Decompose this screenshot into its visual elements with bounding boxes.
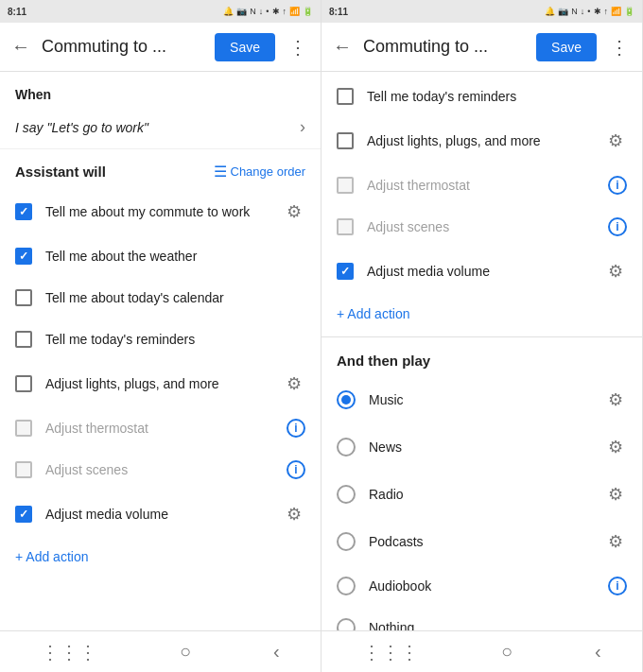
gear-icon-lights[interactable]: ⚙ [283, 370, 305, 398]
info-icon-thermostat2[interactable]: i [608, 176, 627, 195]
back-button-left[interactable]: ← [8, 32, 34, 61]
radio-podcasts[interactable] [337, 532, 356, 551]
info-icon-thermostat[interactable]: i [287, 419, 305, 438]
checkbox-commute[interactable] [15, 203, 32, 220]
gear-icon-radio[interactable]: ⚙ [604, 480, 627, 508]
back-button-right[interactable]: ← [329, 32, 356, 61]
radio-row-radio: Radio ⚙ [322, 471, 642, 518]
left-panel: 8:11 🔔 📷 N ↓ • ✱ ↑ 📶 🔋 ← Commuting to ..… [0, 0, 322, 672]
toolbar-title-left: Commuting to ... [42, 37, 215, 57]
when-label: When [0, 72, 321, 106]
checkbox-scenes[interactable] [15, 461, 32, 478]
save-button-right[interactable]: Save [536, 33, 597, 61]
nav-back-icon-left[interactable]: ‹ [262, 637, 291, 666]
nav-back-icon-right[interactable]: ‹ [583, 637, 613, 666]
and-then-play-label: And then play [322, 341, 642, 376]
checkbox-volume2[interactable] [337, 263, 354, 280]
assistant-header: Assistant will ☰ Change order [0, 149, 321, 188]
action-row-reminders2: Tell me today's reminders [322, 76, 642, 117]
gear-icon-volume[interactable]: ⚙ [283, 500, 305, 528]
change-order-button[interactable]: ☰ Change order [214, 163, 306, 181]
toolbar-left: ← Commuting to ... Save ⋮ [0, 23, 321, 72]
nav-bar-left: ⋮⋮⋮ ○ ‹ [0, 630, 321, 672]
checkbox-weather[interactable] [15, 248, 32, 265]
radio-row-music: Music ⚙ [322, 376, 642, 423]
checkbox-thermostat2[interactable] [337, 177, 354, 194]
radio-news[interactable] [337, 438, 356, 457]
info-icon-scenes2[interactable]: i [608, 217, 627, 236]
add-action-button-right[interactable]: + Add action [322, 295, 642, 333]
action-row-commute: Tell me about my commute to work ⚙ [0, 188, 321, 235]
radio-music[interactable] [337, 390, 356, 409]
checkbox-lights2[interactable] [337, 132, 354, 149]
checkbox-calendar[interactable] [15, 289, 32, 306]
action-label-reminders2: Tell me today's reminders [367, 89, 627, 104]
checkbox-thermostat[interactable] [15, 420, 32, 437]
radio-label-audiobook: Audiobook [369, 578, 608, 594]
status-icons-right: 🔔 📷 N ↓ • ✱ ↑ 📶 🔋 [545, 7, 634, 16]
action-label-scenes: Adjust scenes [45, 462, 287, 477]
action-label-lights2: Adjust lights, plugs, and more [367, 133, 604, 148]
more-button-left[interactable]: ⋮ [283, 32, 313, 62]
checkbox-reminders2[interactable] [337, 88, 354, 105]
action-label-volume: Adjust media volume [45, 507, 283, 522]
action-label-volume2: Adjust media volume [367, 264, 604, 279]
nav-home-icon-right[interactable]: ○ [490, 637, 524, 666]
action-label-commute: Tell me about my commute to work [45, 204, 283, 219]
gear-icon-lights2[interactable]: ⚙ [604, 127, 627, 155]
radio-label-nothing: Nothing [369, 620, 627, 630]
time-right: 8:11 [329, 7, 348, 17]
gear-icon-podcasts[interactable]: ⚙ [604, 527, 627, 556]
reorder-icon: ☰ [214, 163, 227, 181]
action-row-weather: Tell me about the weather [0, 235, 321, 277]
nav-menu-icon-right[interactable]: ⋮⋮⋮ [351, 637, 430, 667]
info-icon-audiobook[interactable]: i [608, 577, 627, 595]
trigger-row[interactable]: I say "Let's go to work" › [0, 106, 321, 149]
radio-row-news: News ⚙ [322, 423, 642, 471]
gear-icon-news[interactable]: ⚙ [604, 433, 627, 461]
info-icon-scenes[interactable]: i [287, 460, 305, 479]
checkbox-lights[interactable] [15, 375, 32, 392]
radio-row-nothing: Nothing [322, 607, 642, 630]
checkbox-scenes2[interactable] [337, 218, 354, 235]
action-row-scenes2: Adjust scenes i [322, 206, 642, 248]
action-label-scenes2: Adjust scenes [367, 219, 608, 234]
save-button-left[interactable]: Save [215, 33, 275, 61]
action-label-thermostat2: Adjust thermostat [367, 178, 608, 193]
add-action-button-left[interactable]: + Add action [0, 538, 321, 576]
radio-label-podcasts: Podcasts [369, 534, 604, 549]
checkbox-reminders[interactable] [15, 331, 32, 348]
more-button-right[interactable]: ⋮ [604, 32, 634, 62]
action-label-calendar: Tell me about today's calendar [45, 290, 305, 305]
divider-play [322, 336, 642, 337]
gear-icon-music[interactable]: ⚙ [604, 386, 627, 414]
action-row-lights: Adjust lights, plugs, and more ⚙ [0, 360, 321, 407]
toolbar-right: ← Commuting to ... Save ⋮ [322, 23, 642, 72]
radio-nothing[interactable] [337, 618, 356, 630]
gear-icon-commute[interactable]: ⚙ [283, 198, 305, 226]
radio-radio[interactable] [337, 485, 356, 504]
action-label-reminders: Tell me today's reminders [45, 332, 305, 347]
right-scroll-content: Tell me today's reminders Adjust lights,… [322, 72, 642, 630]
nav-home-icon-left[interactable]: ○ [168, 637, 202, 666]
nav-menu-icon-left[interactable]: ⋮⋮⋮ [29, 637, 109, 667]
checkbox-volume[interactable] [15, 506, 32, 523]
action-label-thermostat: Adjust thermostat [45, 421, 287, 436]
action-row-thermostat: Adjust thermostat i [0, 407, 321, 449]
status-bar-right: 8:11 🔔 📷 N ↓ • ✱ ↑ 📶 🔋 [322, 0, 642, 23]
radio-label-radio: Radio [369, 487, 604, 502]
status-bar-left: 8:11 🔔 📷 N ↓ • ✱ ↑ 📶 🔋 [0, 0, 321, 23]
change-order-label: Change order [231, 164, 306, 179]
radio-audiobook[interactable] [337, 577, 356, 595]
trigger-text: I say "Let's go to work" [15, 120, 300, 135]
radio-label-music: Music [369, 392, 604, 407]
radio-row-audiobook: Audiobook i [322, 565, 642, 607]
action-row-reminders: Tell me today's reminders [0, 319, 321, 360]
action-row-volume: Adjust media volume ⚙ [0, 491, 321, 538]
gear-icon-volume2[interactable]: ⚙ [604, 257, 627, 285]
trigger-chevron-icon: › [300, 117, 305, 137]
action-row-calendar: Tell me about today's calendar [0, 277, 321, 319]
action-row-thermostat2: Adjust thermostat i [322, 164, 642, 206]
action-label-lights: Adjust lights, plugs, and more [45, 376, 283, 391]
radio-label-news: News [369, 439, 604, 455]
